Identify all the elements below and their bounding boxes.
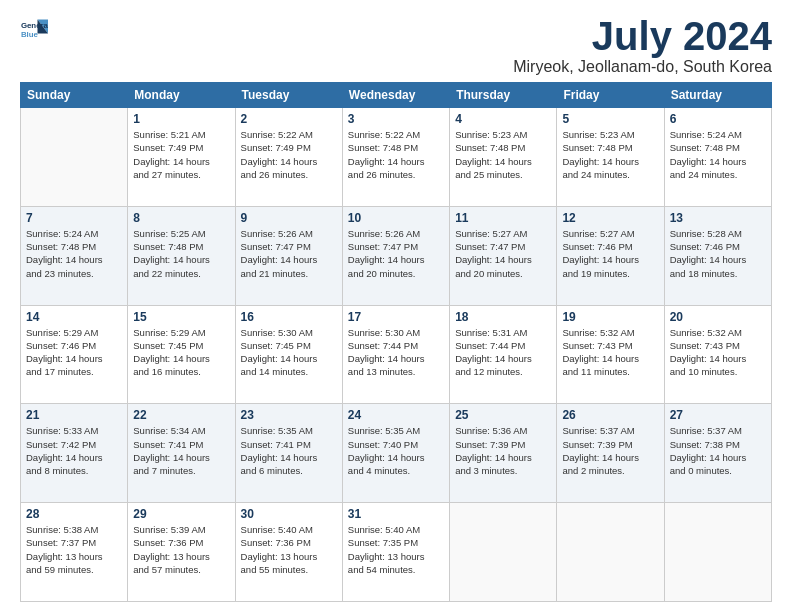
calendar-cell: 22Sunrise: 5:34 AMSunset: 7:41 PMDayligh… (128, 404, 235, 503)
day-info: Sunrise: 5:31 AMSunset: 7:44 PMDaylight:… (455, 326, 551, 379)
day-info: Sunrise: 5:35 AMSunset: 7:41 PMDaylight:… (241, 424, 337, 477)
calendar-cell (664, 503, 771, 602)
day-number: 2 (241, 112, 337, 126)
day-number: 29 (133, 507, 229, 521)
svg-text:Blue: Blue (21, 30, 39, 39)
calendar-cell (21, 108, 128, 207)
weekday-saturday: Saturday (664, 83, 771, 108)
day-number: 19 (562, 310, 658, 324)
calendar-cell: 30Sunrise: 5:40 AMSunset: 7:36 PMDayligh… (235, 503, 342, 602)
day-number: 8 (133, 211, 229, 225)
weekday-sunday: Sunday (21, 83, 128, 108)
day-number: 25 (455, 408, 551, 422)
day-number: 27 (670, 408, 766, 422)
week-row-2: 7Sunrise: 5:24 AMSunset: 7:48 PMDaylight… (21, 206, 772, 305)
day-number: 11 (455, 211, 551, 225)
calendar-cell: 27Sunrise: 5:37 AMSunset: 7:38 PMDayligh… (664, 404, 771, 503)
day-info: Sunrise: 5:35 AMSunset: 7:40 PMDaylight:… (348, 424, 444, 477)
day-info: Sunrise: 5:25 AMSunset: 7:48 PMDaylight:… (133, 227, 229, 280)
day-info: Sunrise: 5:29 AMSunset: 7:46 PMDaylight:… (26, 326, 122, 379)
day-number: 13 (670, 211, 766, 225)
day-info: Sunrise: 5:22 AMSunset: 7:49 PMDaylight:… (241, 128, 337, 181)
day-number: 16 (241, 310, 337, 324)
day-info: Sunrise: 5:37 AMSunset: 7:38 PMDaylight:… (670, 424, 766, 477)
calendar-cell: 7Sunrise: 5:24 AMSunset: 7:48 PMDaylight… (21, 206, 128, 305)
calendar-cell: 17Sunrise: 5:30 AMSunset: 7:44 PMDayligh… (342, 305, 449, 404)
day-info: Sunrise: 5:27 AMSunset: 7:46 PMDaylight:… (562, 227, 658, 280)
day-number: 10 (348, 211, 444, 225)
calendar-cell: 1Sunrise: 5:21 AMSunset: 7:49 PMDaylight… (128, 108, 235, 207)
logo: General Blue (20, 16, 48, 44)
calendar-cell: 4Sunrise: 5:23 AMSunset: 7:48 PMDaylight… (450, 108, 557, 207)
day-info: Sunrise: 5:39 AMSunset: 7:36 PMDaylight:… (133, 523, 229, 576)
day-number: 7 (26, 211, 122, 225)
calendar-cell: 31Sunrise: 5:40 AMSunset: 7:35 PMDayligh… (342, 503, 449, 602)
calendar-cell: 23Sunrise: 5:35 AMSunset: 7:41 PMDayligh… (235, 404, 342, 503)
calendar-cell: 8Sunrise: 5:25 AMSunset: 7:48 PMDaylight… (128, 206, 235, 305)
weekday-friday: Friday (557, 83, 664, 108)
day-info: Sunrise: 5:32 AMSunset: 7:43 PMDaylight:… (562, 326, 658, 379)
calendar-cell: 16Sunrise: 5:30 AMSunset: 7:45 PMDayligh… (235, 305, 342, 404)
calendar-cell: 9Sunrise: 5:26 AMSunset: 7:47 PMDaylight… (235, 206, 342, 305)
day-info: Sunrise: 5:21 AMSunset: 7:49 PMDaylight:… (133, 128, 229, 181)
calendar-cell: 13Sunrise: 5:28 AMSunset: 7:46 PMDayligh… (664, 206, 771, 305)
week-row-4: 21Sunrise: 5:33 AMSunset: 7:42 PMDayligh… (21, 404, 772, 503)
day-info: Sunrise: 5:34 AMSunset: 7:41 PMDaylight:… (133, 424, 229, 477)
day-number: 14 (26, 310, 122, 324)
day-info: Sunrise: 5:32 AMSunset: 7:43 PMDaylight:… (670, 326, 766, 379)
day-number: 24 (348, 408, 444, 422)
weekday-wednesday: Wednesday (342, 83, 449, 108)
week-row-3: 14Sunrise: 5:29 AMSunset: 7:46 PMDayligh… (21, 305, 772, 404)
day-info: Sunrise: 5:23 AMSunset: 7:48 PMDaylight:… (455, 128, 551, 181)
day-number: 5 (562, 112, 658, 126)
day-number: 9 (241, 211, 337, 225)
calendar-cell: 24Sunrise: 5:35 AMSunset: 7:40 PMDayligh… (342, 404, 449, 503)
calendar-cell: 11Sunrise: 5:27 AMSunset: 7:47 PMDayligh… (450, 206, 557, 305)
calendar-cell: 2Sunrise: 5:22 AMSunset: 7:49 PMDaylight… (235, 108, 342, 207)
day-info: Sunrise: 5:40 AMSunset: 7:36 PMDaylight:… (241, 523, 337, 576)
day-number: 6 (670, 112, 766, 126)
day-number: 4 (455, 112, 551, 126)
calendar-cell (557, 503, 664, 602)
calendar-cell: 15Sunrise: 5:29 AMSunset: 7:45 PMDayligh… (128, 305, 235, 404)
calendar-cell: 10Sunrise: 5:26 AMSunset: 7:47 PMDayligh… (342, 206, 449, 305)
page: General Blue July 2024 Miryeok, Jeollana… (0, 0, 792, 612)
svg-text:General: General (21, 21, 48, 30)
day-info: Sunrise: 5:30 AMSunset: 7:45 PMDaylight:… (241, 326, 337, 379)
day-info: Sunrise: 5:30 AMSunset: 7:44 PMDaylight:… (348, 326, 444, 379)
calendar-cell: 26Sunrise: 5:37 AMSunset: 7:39 PMDayligh… (557, 404, 664, 503)
calendar-cell: 21Sunrise: 5:33 AMSunset: 7:42 PMDayligh… (21, 404, 128, 503)
day-number: 15 (133, 310, 229, 324)
calendar-cell (450, 503, 557, 602)
calendar-cell: 6Sunrise: 5:24 AMSunset: 7:48 PMDaylight… (664, 108, 771, 207)
day-info: Sunrise: 5:26 AMSunset: 7:47 PMDaylight:… (348, 227, 444, 280)
day-number: 22 (133, 408, 229, 422)
day-info: Sunrise: 5:36 AMSunset: 7:39 PMDaylight:… (455, 424, 551, 477)
day-info: Sunrise: 5:37 AMSunset: 7:39 PMDaylight:… (562, 424, 658, 477)
day-number: 30 (241, 507, 337, 521)
day-number: 23 (241, 408, 337, 422)
weekday-tuesday: Tuesday (235, 83, 342, 108)
week-row-1: 1Sunrise: 5:21 AMSunset: 7:49 PMDaylight… (21, 108, 772, 207)
day-info: Sunrise: 5:38 AMSunset: 7:37 PMDaylight:… (26, 523, 122, 576)
day-info: Sunrise: 5:29 AMSunset: 7:45 PMDaylight:… (133, 326, 229, 379)
calendar-cell: 29Sunrise: 5:39 AMSunset: 7:36 PMDayligh… (128, 503, 235, 602)
header: General Blue July 2024 Miryeok, Jeollana… (20, 16, 772, 76)
day-info: Sunrise: 5:33 AMSunset: 7:42 PMDaylight:… (26, 424, 122, 477)
calendar-cell: 25Sunrise: 5:36 AMSunset: 7:39 PMDayligh… (450, 404, 557, 503)
month-title: July 2024 (513, 16, 772, 56)
day-info: Sunrise: 5:40 AMSunset: 7:35 PMDaylight:… (348, 523, 444, 576)
day-number: 26 (562, 408, 658, 422)
subtitle: Miryeok, Jeollanam-do, South Korea (513, 58, 772, 76)
day-info: Sunrise: 5:24 AMSunset: 7:48 PMDaylight:… (26, 227, 122, 280)
day-info: Sunrise: 5:26 AMSunset: 7:47 PMDaylight:… (241, 227, 337, 280)
week-row-5: 28Sunrise: 5:38 AMSunset: 7:37 PMDayligh… (21, 503, 772, 602)
calendar-cell: 19Sunrise: 5:32 AMSunset: 7:43 PMDayligh… (557, 305, 664, 404)
day-number: 3 (348, 112, 444, 126)
calendar-cell: 28Sunrise: 5:38 AMSunset: 7:37 PMDayligh… (21, 503, 128, 602)
day-info: Sunrise: 5:23 AMSunset: 7:48 PMDaylight:… (562, 128, 658, 181)
weekday-header-row: SundayMondayTuesdayWednesdayThursdayFrid… (21, 83, 772, 108)
day-number: 31 (348, 507, 444, 521)
weekday-thursday: Thursday (450, 83, 557, 108)
calendar-cell: 14Sunrise: 5:29 AMSunset: 7:46 PMDayligh… (21, 305, 128, 404)
